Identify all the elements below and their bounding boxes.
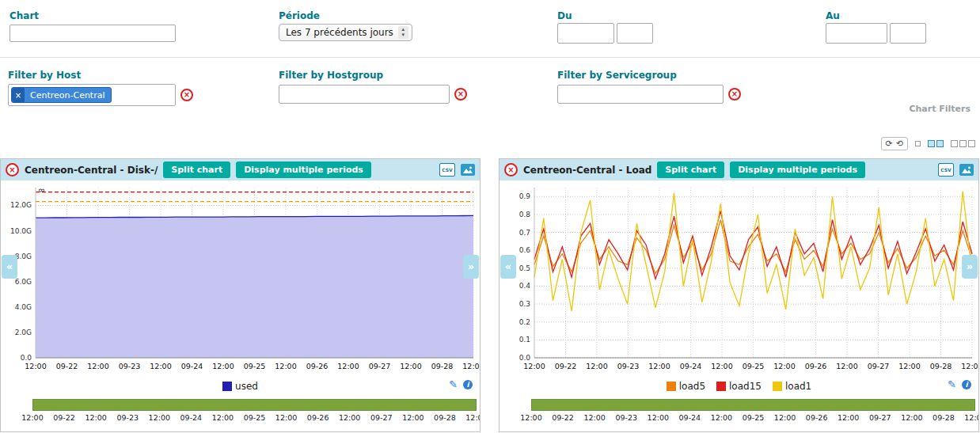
export-image-icon[interactable] [461,164,475,176]
clear-servicegroup-filter-icon[interactable] [728,88,741,101]
timeline-ticks: 12:0009-2212:0009-2312:0009-2412:0009-25… [531,413,975,424]
svg-text:09-26: 09-26 [805,362,827,370]
timeline-tick-label: 12:00 [339,413,360,422]
host-filter-box[interactable]: Centreon-Central [8,84,176,106]
svg-text:0.9: 0.9 [519,192,531,200]
chart-canvas[interactable]: 0.02.0G4.0G6.0G8.0G10.0G12.0G12:0009-221… [1,180,480,375]
svg-text:0.0: 0.0 [21,354,32,362]
legend-item[interactable]: load15 [716,381,762,392]
legend-item[interactable]: used [222,381,258,392]
timeline-tick-label: 12:00 [774,413,796,422]
timeline-tick-label: 12:00 [21,413,43,422]
export-csv-icon[interactable]: CSV [439,163,455,177]
svg-text:09-26: 09-26 [306,362,329,370]
svg-text:12:00: 12:00 [87,362,108,370]
svg-text:09-22: 09-22 [555,362,577,370]
timeline-tick-label: 09-28 [434,413,456,422]
info-icon[interactable] [962,380,971,389]
scroll-right-button[interactable] [962,255,978,279]
timeline-tick-label: 12:00 [648,413,669,422]
layout-two-columns-icon[interactable] [928,140,944,147]
servicegroup-filter-label: Filter by Servicegroup [557,70,677,81]
image-glyph [463,166,473,173]
scroll-left-button[interactable] [500,255,516,279]
svg-text:12:00: 12:00 [898,362,920,370]
layout-one-column-icon[interactable] [915,141,921,146]
svg-text:12:00: 12:00 [836,362,857,370]
legend-row: load5load15load1 [499,377,978,396]
chart-filter-input[interactable] [9,25,176,42]
du-date-input[interactable] [557,23,614,44]
svg-text:12:00: 12:00 [711,362,732,370]
scroll-right-button[interactable] [463,255,479,279]
timeline-bar[interactable] [32,399,477,411]
host-chip[interactable]: Centreon-Central [11,87,112,103]
layout-three-columns-icon[interactable] [951,140,975,147]
svg-text:10.0G: 10.0G [10,227,32,235]
legend-item[interactable]: load1 [773,381,811,392]
timeline-tick-label: 09-26 [307,413,329,422]
chart-panel-disk: Centreon-Central - Disk-/ Split chart Di… [0,158,481,432]
servicegroup-filter-input[interactable] [557,85,724,104]
view-toolbar [881,137,975,150]
svg-text:09-23: 09-23 [119,362,141,370]
auto-refresh-icon[interactable] [896,139,903,149]
filters-divider [0,57,980,58]
timeline-tick-label: 12:00 [583,413,605,422]
edit-icon[interactable] [449,379,458,390]
timeline-tick-label: 09-27 [370,413,393,422]
svg-text:6.0G: 6.0G [15,278,32,286]
timeline-tick-label: 09-28 [933,413,955,422]
chart-panel-load: Centreon-Central - Load Split chart Disp… [499,158,979,432]
svg-text:0.7: 0.7 [519,229,530,237]
legend-item[interactable]: load5 [667,381,705,392]
timeline-tick-label: 12:00 [212,413,234,422]
timeline-tick-label: 12:00 [520,413,541,422]
svg-text:12:00: 12:00 [400,362,421,370]
svg-text:4.0G: 4.0G [15,303,32,311]
refresh-controls [881,137,908,150]
display-multiple-periods-button[interactable]: Display multiple periods [236,161,371,178]
du-label: Du [557,10,572,21]
image-glyph [962,166,971,173]
timeline-tick-label: 12:00 [149,413,170,422]
periode-label: Période [279,10,320,21]
timeline-tick-label: 12:00 [901,413,922,422]
chart-area: 0.00.10.20.30.40.50.60.70.80.912:0009-22… [499,180,978,377]
export-image-icon[interactable] [959,164,974,176]
refresh-icon[interactable] [886,139,893,149]
svg-text:09-28: 09-28 [431,362,454,370]
export-csv-icon[interactable]: CSV [938,163,954,177]
legend-row: used [1,377,480,396]
scroll-left-button[interactable] [2,255,17,279]
periode-selected-value: Les 7 précédents jours [286,27,393,38]
au-time-input[interactable] [890,23,926,44]
svg-text:09-27: 09-27 [369,362,391,370]
close-panel-icon[interactable] [6,163,19,177]
timeline-tick-label: 09-24 [679,413,701,422]
display-multiple-periods-button[interactable]: Display multiple periods [730,161,865,178]
timeline-bar[interactable] [531,399,975,411]
svg-text:09-22: 09-22 [56,362,78,370]
hostgroup-filter-input[interactable] [279,85,450,104]
svg-text:09-27: 09-27 [868,362,890,370]
chip-remove-icon[interactable] [12,88,25,102]
periode-select[interactable]: Les 7 précédents jours [279,24,412,41]
info-icon[interactable] [463,380,473,389]
svg-text:12.0G: 12.0G [10,201,32,209]
hostgroup-filter-label: Filter by Hostgroup [279,70,383,81]
timeline-tick-label: 09-27 [869,413,891,422]
close-panel-icon[interactable] [504,163,518,177]
split-chart-button[interactable]: Split chart [163,161,230,178]
split-chart-button[interactable]: Split chart [657,161,724,178]
svg-text:09-25: 09-25 [743,362,765,370]
svg-text:12:00: 12:00 [961,362,978,370]
timeline-tick-label: 12:00 [838,413,859,422]
clear-hostgroup-filter-icon[interactable] [454,88,467,101]
chart-canvas[interactable]: 0.00.10.20.30.40.50.60.70.80.912:0009-22… [499,180,978,375]
clear-host-filter-icon[interactable] [180,89,193,101]
du-time-input[interactable] [617,23,653,44]
svg-text:09-24: 09-24 [680,362,702,370]
edit-icon[interactable] [948,379,956,390]
au-date-input[interactable] [826,23,887,44]
